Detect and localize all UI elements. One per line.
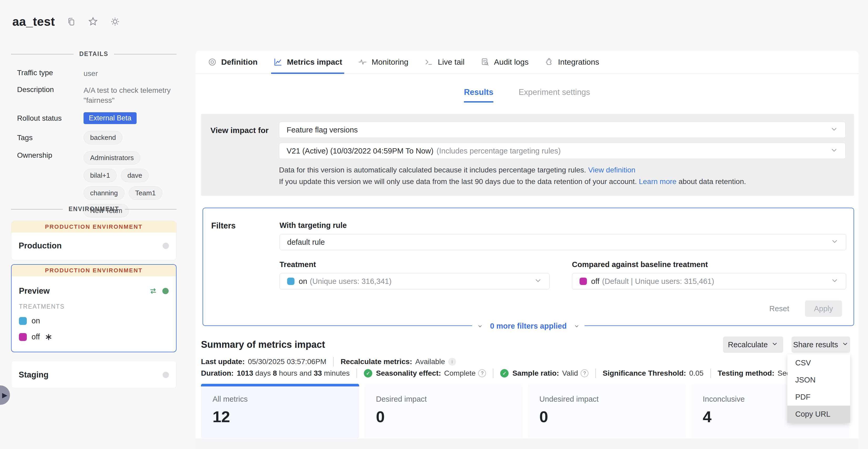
baseline-select[interactable]: off (Default | Unique users: 315,461) xyxy=(572,273,846,290)
page-header: aa_test xyxy=(12,14,121,29)
duration-hours: 8 xyxy=(273,369,277,378)
audit-logs-icon xyxy=(480,57,490,67)
rollout-status-badge[interactable]: External Beta xyxy=(84,112,136,124)
significance-label: Significance Threshold: xyxy=(603,369,686,378)
targeting-rule-select[interactable]: default rule xyxy=(280,234,846,250)
metric-card-all-metrics[interactable]: All metrics 12 xyxy=(201,384,359,438)
targeting-rule-label: With targeting rule xyxy=(280,221,846,230)
duration-minutes: 33 xyxy=(314,369,322,378)
version-note-line-1: Data for this version is automatically c… xyxy=(279,164,846,176)
tab-audit-logs[interactable]: Audit logs xyxy=(480,51,529,73)
description-row: Description A/A test to check telemetry … xyxy=(17,85,177,106)
metric-card-value: 0 xyxy=(539,408,686,426)
view-impact-label: View impact for xyxy=(211,126,269,135)
treatment-off-swatch xyxy=(580,278,587,285)
environment-card-production[interactable]: PRODUCTION ENVIRONMENT Production xyxy=(11,221,177,260)
treatment-off-label: off xyxy=(32,333,40,341)
treatment-off-swatch xyxy=(19,333,27,341)
owner-pill[interactable]: Administrators xyxy=(84,151,140,164)
divider xyxy=(11,209,63,210)
line-chart-icon xyxy=(273,57,283,67)
tab-metrics-impact[interactable]: Metrics impact xyxy=(273,51,342,73)
environment-name: Preview xyxy=(19,286,50,296)
note-text: Data for this version is automatically c… xyxy=(279,166,586,174)
star-icon[interactable] xyxy=(88,16,98,27)
treatment-value: on xyxy=(299,277,307,286)
sidebar-collapse-handle[interactable]: ▶ xyxy=(0,385,10,405)
version-select[interactable]: V21 (Active) (10/03/2022 04:59PM To Now)… xyxy=(279,143,846,159)
metric-card-label: Desired impact xyxy=(376,395,523,403)
tab-live-tail[interactable]: Live tail xyxy=(424,51,464,73)
tag-pill[interactable]: backend xyxy=(84,131,122,144)
baseline-value: off xyxy=(591,277,599,286)
chevron-down-icon xyxy=(574,323,580,329)
check-circle-icon: ✓ xyxy=(364,369,372,378)
tab-monitoring[interactable]: Monitoring xyxy=(358,51,408,73)
environment-card-staging[interactable]: Staging xyxy=(11,361,177,388)
sample-ratio-value: Valid xyxy=(562,369,578,378)
treatment-select[interactable]: on (Unique users: 316,341) xyxy=(280,273,550,290)
environment-name: Production xyxy=(19,241,62,250)
recalculate-label: Recalculate xyxy=(728,340,768,349)
tab-label: Audit logs xyxy=(494,58,529,66)
environment-card-preview[interactable]: PRODUCTION ENVIRONMENT Preview TREATMENT… xyxy=(11,264,177,352)
tab-definition[interactable]: Definition xyxy=(208,51,257,73)
treatments-label: TREATMENTS xyxy=(19,303,169,310)
recalc-metrics-value: Available xyxy=(415,358,445,366)
help-icon[interactable]: ? xyxy=(581,369,588,377)
last-update-label: Last update: xyxy=(201,358,245,366)
owner-pill[interactable]: Team1 xyxy=(129,186,162,200)
chevron-down-icon xyxy=(831,276,839,286)
metric-card-undesired-impact[interactable]: Undesired impact 0 xyxy=(528,384,686,438)
production-environment-banner: PRODUCTION ENVIRONMENT xyxy=(11,221,176,233)
environment-heading-label: ENVIRONMENT xyxy=(68,206,119,213)
duration-days-unit: days xyxy=(255,369,271,378)
learn-more-link[interactable]: Learn more xyxy=(639,177,677,186)
owner-pill[interactable]: bilal+1 xyxy=(84,169,117,182)
treatment-on-label: on xyxy=(32,317,40,325)
metric-card-desired-impact[interactable]: Desired impact 0 xyxy=(364,384,523,438)
impact-type-select[interactable]: Feature flag versions xyxy=(279,122,846,138)
details-heading-label: DETAILS xyxy=(79,51,108,58)
tab-label: Live tail xyxy=(438,58,464,66)
apply-button[interactable]: Apply xyxy=(805,300,842,317)
default-treatment-asterisk-icon xyxy=(45,333,53,341)
gear-icon[interactable] xyxy=(110,16,121,27)
environment-heading: ENVIRONMENT xyxy=(11,206,177,213)
tab-label: Monitoring xyxy=(371,58,408,66)
treatment-label: Treatment xyxy=(280,260,550,269)
owner-pill[interactable]: dave xyxy=(121,169,149,182)
share-results-button[interactable]: Share results xyxy=(792,336,850,353)
recalculate-button[interactable]: Recalculate xyxy=(723,336,783,353)
seasonality-value: Complete xyxy=(444,369,476,378)
status-dot-green xyxy=(162,288,169,294)
traffic-type-value: user xyxy=(84,69,98,79)
treatment-on-swatch xyxy=(19,317,27,325)
view-definition-link[interactable]: View definition xyxy=(588,166,636,174)
divider xyxy=(710,368,711,378)
significance-value: 0.05 xyxy=(689,369,704,378)
help-icon[interactable]: ? xyxy=(478,369,486,377)
treatment-row-off: off xyxy=(19,333,169,341)
sidebar-details: DETAILS Traffic type user Description A/… xyxy=(11,51,177,224)
tab-integrations[interactable]: Integrations xyxy=(544,51,599,73)
tab-label: Metrics impact xyxy=(287,58,342,66)
summary-stats-line-1: Last update: 05/30/2025 03:57:06PM Recal… xyxy=(201,357,456,366)
subtab-experiment-settings[interactable]: Experiment settings xyxy=(519,88,590,102)
last-update-value: 05/30/2025 03:57:06PM xyxy=(248,358,326,366)
owner-pill[interactable]: channing xyxy=(84,186,125,200)
more-filters-toggle[interactable]: 0 more filters applied xyxy=(472,321,585,331)
tab-label: Definition xyxy=(221,58,257,66)
reset-button[interactable]: Reset xyxy=(769,304,789,313)
copy-icon[interactable] xyxy=(66,16,76,27)
duration-label: Duration: xyxy=(201,369,234,378)
menu-item-json[interactable]: JSON xyxy=(787,371,850,389)
subtab-results[interactable]: Results xyxy=(464,88,493,102)
menu-item-csv[interactable]: CSV xyxy=(787,354,850,371)
metric-card-label: Undesired impact xyxy=(539,395,686,403)
menu-item-copy-url[interactable]: Copy URL xyxy=(787,406,850,423)
tab-bar: Definition Metrics impact Monitoring Liv… xyxy=(195,51,859,74)
menu-item-pdf[interactable]: PDF xyxy=(787,389,850,406)
chevron-down-icon xyxy=(830,146,838,156)
info-icon[interactable]: i xyxy=(448,358,456,366)
